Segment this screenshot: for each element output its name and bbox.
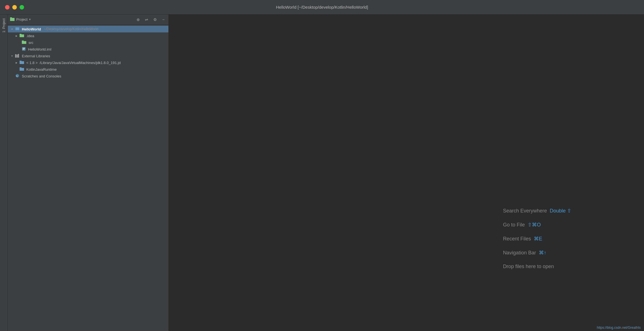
module-icon [15, 27, 20, 32]
sidebar-header: Project ▾ ⊕ ⇌ ⚙ − [8, 15, 168, 25]
jdk-icon [20, 60, 24, 65]
traffic-lights [5, 5, 24, 10]
close-button[interactable] [5, 5, 10, 10]
go-to-file-label: Go to File [503, 222, 525, 228]
kotlin-runtime-icon [20, 67, 24, 72]
editor-content: Search Everywhere Double ⇧ Go to File ⇧⌘… [169, 15, 644, 331]
kotlin-runtime-label: KotlinJavaRuntime [26, 67, 57, 72]
project-folder-icon [10, 17, 15, 22]
sidebar-title: Project ▾ [10, 17, 133, 22]
scratches-label: Scratches and Consoles [22, 74, 61, 78]
svg-rect-8 [22, 41, 24, 42]
scratches-icon: ✎ [15, 74, 20, 79]
tree-item-src[interactable]: src [8, 39, 168, 46]
jdk-label: < 1.8 > /Library/Java/JavaVirtualMachine… [26, 61, 121, 65]
status-bar: https://blog.csdn.net/GreathIs [593, 324, 644, 331]
external-libraries-label: External Libraries [22, 54, 50, 58]
tree-item-jdk[interactable]: < 1.8 > /Library/Java/JavaVirtualMachine… [8, 59, 168, 66]
external-libs-icon [15, 54, 20, 58]
vertical-tab-strip: 1: Project [0, 15, 8, 331]
tree-item-scratches[interactable]: ✎ Scratches and Consoles [8, 73, 168, 79]
navigation-bar-label: Navigation Bar [503, 250, 536, 256]
sidebar-dropdown-arrow[interactable]: ▾ [29, 18, 31, 21]
minimize-button[interactable] [12, 5, 17, 10]
svg-rect-13 [15, 54, 16, 58]
svg-text:✎: ✎ [16, 75, 18, 77]
maximize-button[interactable] [20, 5, 24, 10]
svg-rect-15 [18, 54, 19, 58]
tree-item-helloworld-iml[interactable]: HelloWorld.iml [8, 46, 168, 53]
idea-folder-icon [20, 34, 24, 38]
shortcut-recent-files: Recent Files ⌘E [503, 236, 571, 242]
sidebar-project-label: Project [16, 17, 27, 22]
file-tree: HelloWorld ~/Desktop/develop/Kotlin/Hell… [8, 25, 168, 331]
shortcut-drop-files: Drop files here to open [503, 264, 571, 269]
window-title: HelloWorld [~/Desktop/develop/Kotlin/Hel… [276, 5, 368, 10]
svg-rect-17 [20, 61, 22, 62]
arrow-idea [15, 34, 18, 38]
shortcuts-area: Search Everywhere Double ⇧ Go to File ⇧⌘… [503, 208, 571, 269]
svg-rect-14 [17, 55, 18, 58]
svg-rect-0 [10, 18, 15, 21]
svg-rect-1 [10, 17, 12, 18]
sidebar: Project ▾ ⊕ ⇌ ⚙ − [8, 15, 169, 331]
src-folder-icon [22, 40, 26, 45]
title-bar: HelloWorld [~/Desktop/develop/Kotlin/Hel… [0, 0, 644, 15]
iml-icon [22, 47, 26, 52]
search-everywhere-keys: Double ⇧ [550, 208, 571, 214]
status-bar-url[interactable]: https://blog.csdn.net/GreathIs [597, 326, 641, 330]
main-layout: 1: Project Project ▾ ⊕ ⇌ ⚙ − [0, 15, 644, 331]
settings-button[interactable]: ⚙ [152, 17, 158, 22]
navigation-bar-keys: ⌘↑ [539, 250, 546, 256]
idea-label: .idea [26, 34, 34, 38]
shortcut-go-to-file: Go to File ⇧⌘O [503, 222, 571, 228]
svg-rect-19 [20, 67, 22, 68]
src-label: src [29, 41, 33, 45]
collapse-button[interactable]: − [161, 17, 166, 22]
iml-label: HelloWorld.iml [28, 47, 51, 51]
editor-area: Search Everywhere Double ⇧ Go to File ⇧⌘… [169, 15, 644, 331]
recent-files-keys: ⌘E [534, 236, 542, 242]
tree-item-external-libraries[interactable]: External Libraries [8, 53, 168, 59]
arrow-external-libs [10, 54, 14, 58]
tree-item-kotlin-runtime[interactable]: KotlinJavaRuntime [8, 66, 168, 73]
shortcut-navigation-bar: Navigation Bar ⌘↑ [503, 250, 571, 256]
drop-files-label: Drop files here to open [503, 264, 554, 269]
search-everywhere-label: Search Everywhere [503, 208, 547, 214]
tab-project[interactable]: 1: Project [1, 16, 7, 36]
recent-files-label: Recent Files [503, 236, 531, 242]
shortcut-search-everywhere: Search Everywhere Double ⇧ [503, 208, 571, 214]
add-content-button[interactable]: ⊕ [135, 17, 141, 22]
svg-rect-6 [20, 34, 22, 35]
helloworld-root-path: ~/Desktop/develop/Kotlin/HelloWorld [44, 27, 98, 31]
arrow-helloworld [10, 27, 14, 31]
tree-item-helloworld-root[interactable]: HelloWorld ~/Desktop/develop/Kotlin/Hell… [8, 26, 168, 32]
sidebar-toolbar: ⊕ ⇌ ⚙ − [135, 17, 166, 22]
arrow-jdk [15, 61, 18, 65]
tree-item-idea[interactable]: .idea [8, 32, 168, 39]
svg-rect-3 [15, 27, 17, 29]
scroll-from-source-button[interactable]: ⇌ [144, 17, 149, 22]
helloworld-root-label: HelloWorld [22, 27, 41, 31]
go-to-file-keys: ⇧⌘O [528, 222, 541, 228]
